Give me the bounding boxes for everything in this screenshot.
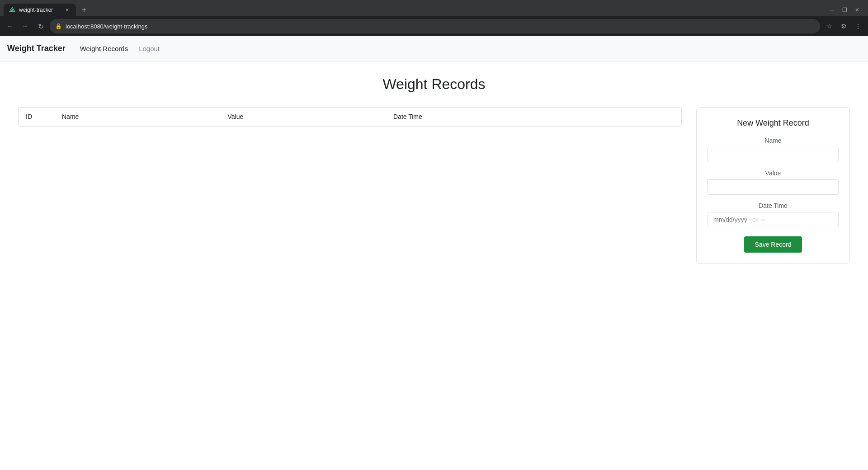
new-tab-button[interactable]: +: [78, 4, 90, 16]
minimize-button[interactable]: ─: [828, 7, 835, 13]
table-header-row: ID Name Value Date Time: [19, 108, 681, 126]
records-table-container: ID Name Value Date Time: [18, 107, 682, 127]
name-field-group: Name: [708, 137, 839, 162]
tab-bar: weight-tracker ✕ + ─ ❐ ✕: [0, 0, 868, 16]
col-name: Name: [55, 108, 221, 126]
app-wrapper: Weight Tracker Weight Records Logout Wei…: [0, 36, 868, 470]
col-value: Value: [221, 108, 387, 126]
new-record-form-panel: New Weight Record Name Value Date Time S…: [696, 107, 850, 264]
security-icon: 🔒: [55, 23, 62, 29]
value-input[interactable]: [708, 179, 839, 195]
col-id: ID: [19, 108, 55, 126]
tab-close-button[interactable]: ✕: [63, 6, 71, 14]
maximize-button[interactable]: ❐: [841, 7, 848, 13]
main-content: Weight Records ID Name Value Date Time: [0, 61, 868, 278]
nav-logout[interactable]: Logout: [135, 45, 163, 52]
value-label: Value: [708, 169, 839, 177]
datetime-field-group: Date Time: [708, 202, 839, 227]
refresh-button[interactable]: ↻: [34, 20, 47, 33]
records-table: ID Name Value Date Time: [19, 108, 681, 126]
tab-title: weight-tracker: [19, 7, 60, 13]
browser-chrome: weight-tracker ✕ + ─ ❐ ✕ ← → ↻ 🔒 localho…: [0, 0, 868, 36]
forward-button[interactable]: →: [19, 20, 32, 33]
app-nav: Weight Tracker Weight Records Logout: [0, 36, 868, 61]
back-button[interactable]: ←: [4, 20, 16, 33]
name-label: Name: [708, 137, 839, 144]
browser-toolbar: ← → ↻ 🔒 localhost:8080/weight-trackings …: [0, 16, 868, 36]
app-brand: Weight Tracker: [7, 44, 66, 53]
tab-favicon: [9, 7, 15, 13]
page-title: Weight Records: [18, 76, 850, 93]
toolbar-actions: ☆ ⚙ ⋮: [823, 20, 864, 33]
content-layout: ID Name Value Date Time New Weight Recor…: [18, 107, 850, 264]
datetime-input[interactable]: [708, 212, 839, 227]
col-datetime: Date Time: [386, 108, 681, 126]
active-tab[interactable]: weight-tracker ✕: [4, 4, 76, 16]
nav-weight-records[interactable]: Weight Records: [76, 45, 132, 52]
close-window-button[interactable]: ✕: [854, 7, 861, 13]
save-record-button[interactable]: Save Record: [744, 236, 802, 253]
extensions-button[interactable]: ⚙: [837, 20, 850, 33]
table-header: ID Name Value Date Time: [19, 108, 681, 126]
address-bar[interactable]: 🔒 localhost:8080/weight-trackings: [50, 19, 820, 33]
menu-button[interactable]: ⋮: [852, 20, 864, 33]
url-display: localhost:8080/weight-trackings: [66, 23, 815, 30]
name-input[interactable]: [708, 147, 839, 162]
form-title: New Weight Record: [708, 118, 839, 128]
value-field-group: Value: [708, 169, 839, 195]
bookmark-button[interactable]: ☆: [823, 20, 835, 33]
window-controls: ─ ❐ ✕: [828, 7, 864, 13]
datetime-label: Date Time: [708, 202, 839, 209]
